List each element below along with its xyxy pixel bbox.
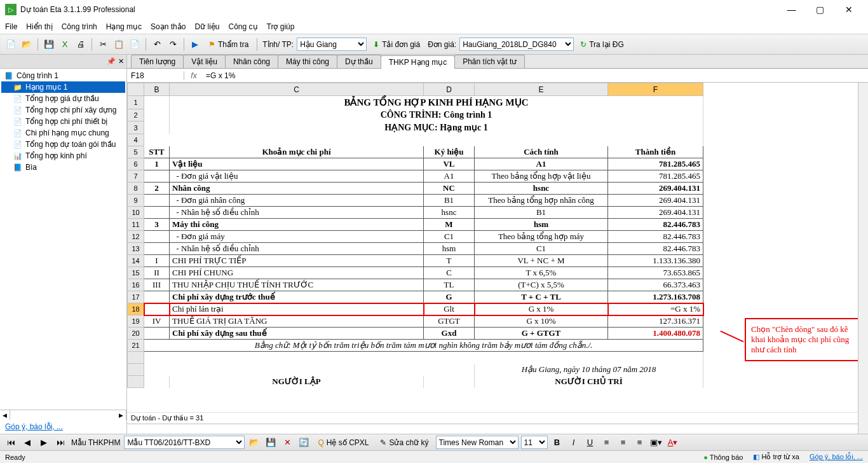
nav-first-icon[interactable]: ⏮	[4, 436, 18, 450]
book-icon: 📘	[4, 71, 14, 80]
sheet-tab[interactable]: Phân tích vật tư	[454, 55, 525, 68]
save-icon[interactable]: 💾	[42, 38, 56, 52]
save2-icon[interactable]: 💾	[264, 436, 278, 450]
thamtra-button[interactable]: ⚑Thẩm tra	[204, 38, 253, 52]
sheet-status: Dự toán - Dự thầu = 31	[127, 412, 868, 424]
menu-hienthi[interactable]: Hiển thị	[26, 22, 52, 31]
dongia-select[interactable]: HauGiang_2018LD_DG840	[459, 38, 574, 51]
vertical-scrollbar[interactable]	[858, 83, 868, 434]
doc-icon: 📁	[13, 83, 23, 92]
feedback-link[interactable]: Góp ý, báo lỗi, ...	[5, 422, 63, 431]
sidebar-hscroll[interactable]: ◀▶	[0, 410, 126, 420]
run-icon[interactable]: ▶	[188, 38, 202, 52]
grid[interactable]: BCDEF1BẢNG TỔNG HỢP KINH PHÍ HẠNG MỤC2CÔ…	[127, 83, 868, 412]
status-hotro[interactable]: ◧ Hỗ trợ từ xa	[753, 453, 799, 461]
pin-icon[interactable]: 📌	[107, 57, 116, 66]
nav-last-icon[interactable]: ⏭	[53, 436, 67, 450]
app-icon: ▷	[5, 4, 17, 15]
doc-icon: 📄	[13, 128, 23, 137]
doc-icon: 📊	[13, 151, 23, 160]
sheet-tab[interactable]: THKP Hạng mục	[381, 55, 455, 69]
tree-item[interactable]: 📄Tổng hợp dự toán gói thầu	[1, 139, 125, 150]
maximize-button[interactable]: ▢	[806, 1, 834, 18]
underline-icon[interactable]: U	[583, 436, 597, 450]
tree-item[interactable]: 📄Tổng hợp giá dự thầu	[1, 93, 125, 104]
close-button[interactable]: ✕	[834, 1, 863, 18]
sheet-tab[interactable]: Tiên lượng	[131, 55, 184, 68]
name-box[interactable]: F18	[127, 71, 184, 80]
fx-icon: fx	[184, 71, 203, 80]
bottom-toolbar: ⏮ ◀ ▶ ⏭ Mẫu THKPHM Mẫu TT06/2016/TT-BXD …	[0, 434, 868, 450]
dongia-label: Đơn giá:	[426, 40, 458, 49]
status-thongbao[interactable]: ● Thông báo	[703, 453, 743, 461]
undo-icon[interactable]: ↶	[150, 38, 164, 52]
fill-color-icon[interactable]: ▣▾	[649, 436, 663, 450]
minimize-button[interactable]: —	[777, 1, 806, 18]
sheet-tab[interactable]: Dự thầu	[337, 55, 381, 68]
excel-icon[interactable]: X	[58, 38, 72, 52]
sheet-tab[interactable]: Nhân công	[225, 55, 278, 68]
statusbar: Ready ● Thông báo ◧ Hỗ trợ từ xa Góp ý, …	[0, 450, 868, 463]
close-panel-icon[interactable]: ✕	[118, 57, 124, 66]
tinh-label: Tỉnh/ TP:	[261, 40, 295, 49]
menu-dulieu[interactable]: Dữ liệu	[194, 22, 219, 31]
new-icon[interactable]: 📄	[4, 38, 18, 52]
refresh-icon[interactable]: 🔄	[297, 436, 311, 450]
align-left-icon[interactable]: ≡	[600, 436, 614, 450]
callout: Chọn "Chèn dòng" sau đó kê khai khoản mụ…	[745, 318, 863, 361]
heso-button[interactable]: QHệ số CPXL	[313, 436, 373, 450]
mau-select[interactable]: Mẫu TT06/2016/TT-BXD	[124, 436, 245, 449]
sheet-tab[interactable]: Máy thi công	[278, 55, 337, 68]
bold-icon[interactable]: B	[550, 436, 564, 450]
doc-icon: 📄	[13, 117, 23, 126]
nav-prev-icon[interactable]: ◀	[20, 436, 34, 450]
open-icon[interactable]: 📂	[20, 38, 34, 52]
project-tree: 📘Công trình 1 📁Hạng mục 1📄Tổng hợp giá d…	[0, 69, 126, 410]
formula-input[interactable]	[203, 71, 868, 80]
formula-bar: F18 fx	[127, 69, 868, 83]
menu-hangmuc[interactable]: Hạng mục	[106, 22, 142, 31]
status-gopy[interactable]: Góp ý, báo lỗi, ...	[810, 453, 863, 461]
font-color-icon[interactable]: A▾	[666, 436, 680, 450]
delete-icon[interactable]: ✕	[280, 436, 294, 450]
tree-item[interactable]: 📄Tổng hợp chi phí xây dựng	[1, 104, 125, 116]
cut-icon[interactable]: ✂	[96, 38, 110, 52]
menu-congtrinh[interactable]: Công trình	[62, 22, 97, 31]
italic-icon[interactable]: I	[567, 436, 581, 450]
tree-item[interactable]: 📁Hạng mục 1	[1, 81, 125, 93]
tree-item[interactable]: 📘Bìa	[1, 162, 125, 173]
tree-item[interactable]: 📄Tổng hợp chi phí thiết bị	[1, 116, 125, 127]
align-right-icon[interactable]: ≡	[633, 436, 647, 450]
doc-icon: 📄	[13, 94, 23, 103]
doc-icon: 📘	[13, 163, 23, 172]
menu-file[interactable]: File	[5, 22, 17, 31]
paste-icon[interactable]: 📄	[128, 38, 142, 52]
font-select[interactable]: Times New Roman	[436, 436, 519, 449]
tree-item[interactable]: 📄Chi phí hạng mục chung	[1, 127, 125, 139]
redo-icon[interactable]: ↷	[166, 38, 180, 52]
window-title: Dự toán Eta 3.1.1.99 Professional	[20, 5, 777, 14]
menu-trogiup[interactable]: Trợ giúp	[267, 22, 295, 31]
sheet-tab[interactable]: Vật liệu	[183, 55, 226, 68]
tinh-select[interactable]: Hậu Giang	[297, 38, 367, 51]
tree-item[interactable]: 📊Tổng hợp kinh phí	[1, 150, 125, 162]
menu-congcu[interactable]: Công cụ	[228, 22, 257, 31]
chuky-button[interactable]: ✎Sửa chữ ký	[376, 436, 433, 450]
print-icon[interactable]: 🖨	[74, 38, 88, 52]
align-center-icon[interactable]: ≡	[616, 436, 630, 450]
menu-soanthao[interactable]: Soạn thảo	[151, 22, 186, 31]
sidebar: 📌 ✕ 📘Công trình 1 📁Hạng mục 1📄Tổng hợp g…	[0, 55, 127, 434]
menubar: File Hiển thị Công trình Hạng mục Soạn t…	[0, 19, 868, 34]
sheet-tabs: Tiên lượngVật liệuNhân côngMáy thi côngD…	[127, 55, 868, 69]
callout-connector	[720, 331, 743, 343]
main-area: 📌 ✕ 📘Công trình 1 📁Hạng mục 1📄Tổng hợp g…	[0, 55, 868, 434]
size-select[interactable]: 11	[521, 436, 548, 449]
taidongia-button[interactable]: ⬇Tải đơn giá	[369, 38, 424, 52]
doc-icon: 📄	[13, 106, 23, 114]
horizontal-scrollbar[interactable]	[127, 424, 868, 434]
tree-root[interactable]: 📘Công trình 1	[1, 70, 125, 81]
copy-icon[interactable]: 📋	[112, 38, 126, 52]
tralai-button[interactable]: ↻Tra lại ĐG	[576, 38, 628, 52]
folder-icon[interactable]: 📂	[247, 436, 261, 450]
nav-next-icon[interactable]: ▶	[37, 436, 51, 450]
